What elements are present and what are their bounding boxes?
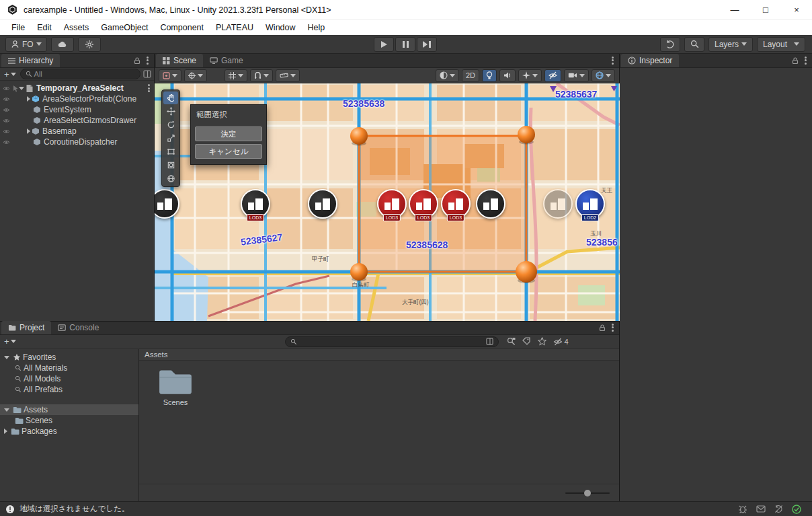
scene-visibility-icon[interactable] xyxy=(3,85,10,92)
debug-icon[interactable] xyxy=(738,505,747,513)
confirm-button[interactable]: 決定 xyxy=(195,126,262,141)
layers-dropdown[interactable]: Layers xyxy=(708,37,753,52)
label-tag-icon[interactable] xyxy=(522,337,531,346)
scene-options-icon[interactable] xyxy=(148,83,154,94)
pivot-dropdown[interactable] xyxy=(184,69,207,82)
selection-handle-bottom-right[interactable] xyxy=(516,261,537,283)
tab-game[interactable]: Game xyxy=(203,54,250,67)
tab-scene[interactable]: Scene xyxy=(156,54,203,67)
panel-menu-icon[interactable] xyxy=(147,55,149,65)
gizmos-dropdown[interactable] xyxy=(592,69,615,82)
map-dataset-icon[interactable]: LOD3 xyxy=(377,189,407,219)
tool-scale[interactable] xyxy=(163,132,178,145)
selection-handle-top-right[interactable] xyxy=(518,126,535,143)
menu-help[interactable]: Help xyxy=(302,20,331,35)
selection-handle-top-left[interactable] xyxy=(350,127,368,145)
snap-dropdown[interactable] xyxy=(250,69,273,82)
tool-transform[interactable] xyxy=(163,159,178,172)
expand-arrow-icon[interactable] xyxy=(4,356,9,359)
lock-icon[interactable] xyxy=(133,57,141,65)
menu-gameobject[interactable]: GameObject xyxy=(95,20,154,35)
map-dataset-icon[interactable]: LOD3 xyxy=(241,189,270,219)
grid-axis-dropdown[interactable] xyxy=(225,69,247,82)
asset-folder-scenes[interactable]: Scenes xyxy=(150,367,201,406)
scene-visibility-icon[interactable] xyxy=(3,139,10,146)
lighting-toggle-button[interactable] xyxy=(482,69,497,82)
scene-visibility-icon[interactable] xyxy=(3,96,10,103)
step-button[interactable] xyxy=(417,37,437,52)
tab-hierarchy[interactable]: Hierarchy xyxy=(1,54,60,67)
hierarchy-item[interactable]: AreaSelectGizmosDrawer xyxy=(0,115,154,126)
create-asset-button[interactable]: + xyxy=(3,336,17,346)
scene-canvas[interactable]: 玉川 白鳥町 大手町(四) 天王 甲子町 52 xyxy=(155,83,620,321)
maximize-button[interactable]: □ xyxy=(750,0,781,20)
tree-item-packages[interactable]: Packages xyxy=(0,426,138,437)
scene-visibility-icon[interactable] xyxy=(3,106,10,114)
expand-arrow-icon[interactable] xyxy=(19,87,24,90)
create-object-button[interactable]: + xyxy=(3,69,17,79)
panel-menu-icon[interactable] xyxy=(612,322,614,332)
pause-button[interactable] xyxy=(395,37,415,52)
hierarchy-item[interactable]: Basemap xyxy=(0,126,154,137)
tree-item-all-prefabs[interactable]: All Prefabs xyxy=(0,384,138,395)
tool-hand[interactable] xyxy=(163,91,178,104)
scene-visibility-icon[interactable] xyxy=(3,117,10,124)
hierarchy-scene-row[interactable]: Temporary_AreaSelect xyxy=(0,83,154,94)
progress-complete-icon[interactable] xyxy=(792,505,801,514)
menu-plateau[interactable]: PLATEAU xyxy=(210,20,259,35)
tab-inspector[interactable]: Inspector xyxy=(621,54,679,67)
map-dataset-icon[interactable] xyxy=(543,189,573,219)
tool-rotate[interactable] xyxy=(163,118,178,131)
menu-edit[interactable]: Edit xyxy=(31,20,58,35)
close-button[interactable]: × xyxy=(781,0,812,20)
map-dataset-icon[interactable] xyxy=(308,189,337,219)
background-activity-icon[interactable] xyxy=(774,505,783,513)
map-dataset-icon[interactable]: LOD2 xyxy=(575,189,605,219)
favorites-star-icon[interactable] xyxy=(538,337,546,346)
open-search-window-icon[interactable] xyxy=(143,70,151,78)
open-search-window-icon[interactable] xyxy=(486,338,493,345)
scene-picking-icon[interactable] xyxy=(12,85,19,92)
expand-arrow-icon[interactable] xyxy=(27,128,30,134)
map-dataset-icon[interactable]: LOD3 xyxy=(441,189,471,219)
map-dataset-icon[interactable]: LOD3 xyxy=(409,189,438,219)
panel-menu-icon[interactable] xyxy=(612,55,614,65)
lock-icon[interactable] xyxy=(791,57,799,65)
project-search-input[interactable] xyxy=(285,336,499,347)
expand-arrow-icon[interactable] xyxy=(4,408,9,412)
tree-item-assets[interactable]: Assets xyxy=(0,404,138,415)
tool-move[interactable] xyxy=(163,105,178,118)
tree-item-favorites[interactable]: Favorites xyxy=(0,352,138,363)
zoom-slider[interactable] xyxy=(565,488,610,498)
menu-file[interactable]: File xyxy=(5,20,31,35)
layout-dropdown[interactable]: Layout xyxy=(757,37,805,52)
selection-handle-bottom-left[interactable] xyxy=(350,263,368,281)
measure-dropdown[interactable] xyxy=(276,69,300,82)
shading-mode-dropdown[interactable] xyxy=(436,69,459,82)
tool-rect[interactable] xyxy=(163,145,178,158)
hierarchy-item[interactable]: EventSystem xyxy=(0,104,154,115)
effects-dropdown[interactable] xyxy=(518,69,542,82)
camera-dropdown[interactable] xyxy=(564,69,589,82)
minimize-button[interactable]: — xyxy=(719,0,750,20)
hierarchy-search-input[interactable]: All xyxy=(20,69,140,79)
services-settings-button[interactable] xyxy=(78,37,101,52)
hierarchy-item[interactable]: AreaSelectorPrefab(Clone xyxy=(0,94,154,104)
map-dataset-icon[interactable] xyxy=(476,189,505,219)
cancel-button[interactable]: キャンセル xyxy=(195,144,262,159)
expand-arrow-icon[interactable] xyxy=(27,96,30,102)
tree-item-all-materials[interactable]: All Materials xyxy=(0,363,138,373)
tab-project[interactable]: Project xyxy=(1,321,51,334)
cloud-services-button[interactable] xyxy=(51,37,74,52)
scene-visibility-toggle-button[interactable] xyxy=(544,69,561,82)
2d-toggle-button[interactable]: 2D xyxy=(462,69,479,82)
lock-icon[interactable] xyxy=(598,324,606,332)
menu-window[interactable]: Window xyxy=(259,20,301,35)
zoom-slider-thumb[interactable] xyxy=(584,490,591,496)
tool-custom[interactable] xyxy=(163,172,178,185)
account-button[interactable]: FO xyxy=(5,37,47,52)
menu-assets[interactable]: Assets xyxy=(58,20,95,35)
draw-mode-dropdown[interactable] xyxy=(159,69,181,82)
audio-toggle-button[interactable] xyxy=(499,69,516,82)
play-button[interactable] xyxy=(374,37,394,52)
